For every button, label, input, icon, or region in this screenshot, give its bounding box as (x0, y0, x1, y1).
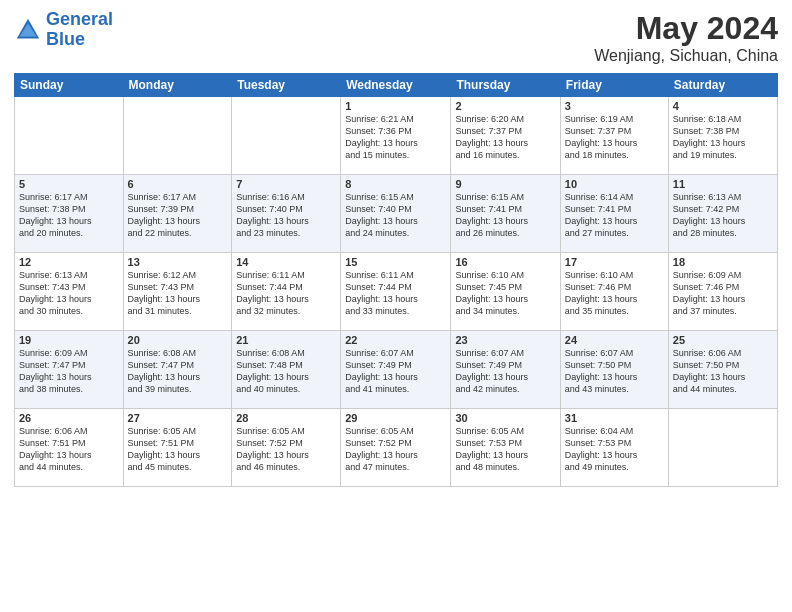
day-info: Sunrise: 6:15 AM Sunset: 7:40 PM Dayligh… (345, 191, 446, 240)
day-number: 9 (455, 178, 555, 190)
day-info: Sunrise: 6:12 AM Sunset: 7:43 PM Dayligh… (128, 269, 228, 318)
day-info: Sunrise: 6:13 AM Sunset: 7:43 PM Dayligh… (19, 269, 119, 318)
day-info: Sunrise: 6:09 AM Sunset: 7:46 PM Dayligh… (673, 269, 773, 318)
calendar-cell: 27Sunrise: 6:05 AM Sunset: 7:51 PM Dayli… (123, 409, 232, 487)
calendar-cell: 15Sunrise: 6:11 AM Sunset: 7:44 PM Dayli… (341, 253, 451, 331)
subtitle: Wenjiang, Sichuan, China (594, 47, 778, 65)
day-number: 2 (455, 100, 555, 112)
calendar-cell: 8Sunrise: 6:15 AM Sunset: 7:40 PM Daylig… (341, 175, 451, 253)
day-number: 16 (455, 256, 555, 268)
day-number: 30 (455, 412, 555, 424)
day-number: 28 (236, 412, 336, 424)
day-info: Sunrise: 6:07 AM Sunset: 7:50 PM Dayligh… (565, 347, 664, 396)
col-header-monday: Monday (123, 74, 232, 97)
day-info: Sunrise: 6:09 AM Sunset: 7:47 PM Dayligh… (19, 347, 119, 396)
day-number: 8 (345, 178, 446, 190)
header: General Blue May 2024 Wenjiang, Sichuan,… (14, 10, 778, 65)
calendar-cell: 28Sunrise: 6:05 AM Sunset: 7:52 PM Dayli… (232, 409, 341, 487)
day-number: 23 (455, 334, 555, 346)
day-number: 10 (565, 178, 664, 190)
calendar-cell: 2Sunrise: 6:20 AM Sunset: 7:37 PM Daylig… (451, 97, 560, 175)
day-number: 5 (19, 178, 119, 190)
day-info: Sunrise: 6:04 AM Sunset: 7:53 PM Dayligh… (565, 425, 664, 474)
day-info: Sunrise: 6:05 AM Sunset: 7:52 PM Dayligh… (236, 425, 336, 474)
day-info: Sunrise: 6:15 AM Sunset: 7:41 PM Dayligh… (455, 191, 555, 240)
day-info: Sunrise: 6:18 AM Sunset: 7:38 PM Dayligh… (673, 113, 773, 162)
calendar-cell: 26Sunrise: 6:06 AM Sunset: 7:51 PM Dayli… (15, 409, 124, 487)
calendar-cell: 5Sunrise: 6:17 AM Sunset: 7:38 PM Daylig… (15, 175, 124, 253)
col-header-friday: Friday (560, 74, 668, 97)
day-info: Sunrise: 6:17 AM Sunset: 7:38 PM Dayligh… (19, 191, 119, 240)
day-number: 7 (236, 178, 336, 190)
col-header-saturday: Saturday (668, 74, 777, 97)
day-number: 17 (565, 256, 664, 268)
calendar-cell (232, 97, 341, 175)
day-number: 12 (19, 256, 119, 268)
day-info: Sunrise: 6:06 AM Sunset: 7:50 PM Dayligh… (673, 347, 773, 396)
main-title: May 2024 (594, 10, 778, 47)
day-number: 31 (565, 412, 664, 424)
calendar-cell: 22Sunrise: 6:07 AM Sunset: 7:49 PM Dayli… (341, 331, 451, 409)
day-number: 13 (128, 256, 228, 268)
calendar-cell: 4Sunrise: 6:18 AM Sunset: 7:38 PM Daylig… (668, 97, 777, 175)
day-info: Sunrise: 6:08 AM Sunset: 7:48 PM Dayligh… (236, 347, 336, 396)
calendar-cell: 23Sunrise: 6:07 AM Sunset: 7:49 PM Dayli… (451, 331, 560, 409)
day-info: Sunrise: 6:17 AM Sunset: 7:39 PM Dayligh… (128, 191, 228, 240)
col-header-sunday: Sunday (15, 74, 124, 97)
day-number: 19 (19, 334, 119, 346)
day-number: 26 (19, 412, 119, 424)
calendar-cell: 7Sunrise: 6:16 AM Sunset: 7:40 PM Daylig… (232, 175, 341, 253)
day-info: Sunrise: 6:16 AM Sunset: 7:40 PM Dayligh… (236, 191, 336, 240)
calendar-cell: 19Sunrise: 6:09 AM Sunset: 7:47 PM Dayli… (15, 331, 124, 409)
col-header-tuesday: Tuesday (232, 74, 341, 97)
day-info: Sunrise: 6:05 AM Sunset: 7:53 PM Dayligh… (455, 425, 555, 474)
calendar-cell: 30Sunrise: 6:05 AM Sunset: 7:53 PM Dayli… (451, 409, 560, 487)
day-number: 25 (673, 334, 773, 346)
day-info: Sunrise: 6:20 AM Sunset: 7:37 PM Dayligh… (455, 113, 555, 162)
day-number: 14 (236, 256, 336, 268)
day-info: Sunrise: 6:21 AM Sunset: 7:36 PM Dayligh… (345, 113, 446, 162)
day-info: Sunrise: 6:10 AM Sunset: 7:46 PM Dayligh… (565, 269, 664, 318)
calendar-cell: 3Sunrise: 6:19 AM Sunset: 7:37 PM Daylig… (560, 97, 668, 175)
day-info: Sunrise: 6:05 AM Sunset: 7:51 PM Dayligh… (128, 425, 228, 474)
logo: General Blue (14, 10, 113, 50)
calendar-cell: 6Sunrise: 6:17 AM Sunset: 7:39 PM Daylig… (123, 175, 232, 253)
calendar-cell (15, 97, 124, 175)
page: General Blue May 2024 Wenjiang, Sichuan,… (0, 0, 792, 612)
day-info: Sunrise: 6:11 AM Sunset: 7:44 PM Dayligh… (345, 269, 446, 318)
day-number: 1 (345, 100, 446, 112)
day-number: 22 (345, 334, 446, 346)
day-info: Sunrise: 6:07 AM Sunset: 7:49 PM Dayligh… (345, 347, 446, 396)
calendar-cell: 29Sunrise: 6:05 AM Sunset: 7:52 PM Dayli… (341, 409, 451, 487)
day-number: 21 (236, 334, 336, 346)
day-number: 11 (673, 178, 773, 190)
calendar-cell: 11Sunrise: 6:13 AM Sunset: 7:42 PM Dayli… (668, 175, 777, 253)
col-header-wednesday: Wednesday (341, 74, 451, 97)
logo-text: General Blue (46, 10, 113, 50)
day-info: Sunrise: 6:10 AM Sunset: 7:45 PM Dayligh… (455, 269, 555, 318)
day-number: 29 (345, 412, 446, 424)
day-info: Sunrise: 6:06 AM Sunset: 7:51 PM Dayligh… (19, 425, 119, 474)
day-number: 15 (345, 256, 446, 268)
calendar-cell: 21Sunrise: 6:08 AM Sunset: 7:48 PM Dayli… (232, 331, 341, 409)
day-number: 4 (673, 100, 773, 112)
calendar-cell: 13Sunrise: 6:12 AM Sunset: 7:43 PM Dayli… (123, 253, 232, 331)
day-info: Sunrise: 6:14 AM Sunset: 7:41 PM Dayligh… (565, 191, 664, 240)
day-number: 3 (565, 100, 664, 112)
calendar-cell: 1Sunrise: 6:21 AM Sunset: 7:36 PM Daylig… (341, 97, 451, 175)
calendar-cell: 25Sunrise: 6:06 AM Sunset: 7:50 PM Dayli… (668, 331, 777, 409)
day-info: Sunrise: 6:19 AM Sunset: 7:37 PM Dayligh… (565, 113, 664, 162)
day-number: 27 (128, 412, 228, 424)
day-number: 18 (673, 256, 773, 268)
title-block: May 2024 Wenjiang, Sichuan, China (594, 10, 778, 65)
calendar-cell: 31Sunrise: 6:04 AM Sunset: 7:53 PM Dayli… (560, 409, 668, 487)
calendar-cell (123, 97, 232, 175)
calendar-cell (668, 409, 777, 487)
logo-icon (14, 16, 42, 44)
calendar-table: SundayMondayTuesdayWednesdayThursdayFrid… (14, 73, 778, 487)
calendar-cell: 20Sunrise: 6:08 AM Sunset: 7:47 PM Dayli… (123, 331, 232, 409)
calendar-cell: 18Sunrise: 6:09 AM Sunset: 7:46 PM Dayli… (668, 253, 777, 331)
calendar-cell: 9Sunrise: 6:15 AM Sunset: 7:41 PM Daylig… (451, 175, 560, 253)
calendar-cell: 17Sunrise: 6:10 AM Sunset: 7:46 PM Dayli… (560, 253, 668, 331)
day-number: 20 (128, 334, 228, 346)
